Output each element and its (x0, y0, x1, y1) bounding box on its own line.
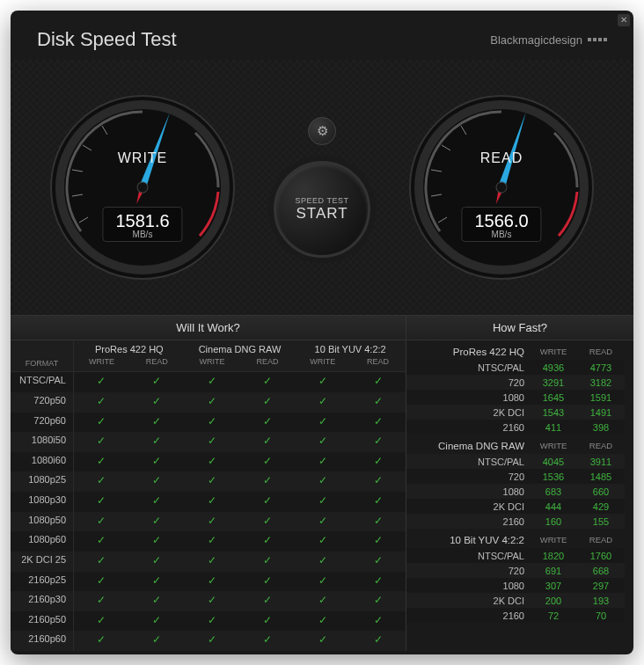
fast-value: 4045 (530, 454, 577, 469)
check-cell: ✓ (74, 512, 129, 532)
fast-value: 1591 (577, 390, 625, 405)
check-icon: ✓ (152, 435, 161, 447)
fast-value: 193 (577, 593, 625, 608)
fast-codec-header: Cinema DNG RAW (406, 435, 530, 454)
check-icon: ✓ (208, 455, 216, 467)
check-cell: ✓ (350, 512, 406, 532)
check-cell: ✓ (129, 591, 185, 611)
check-icon: ✓ (318, 574, 327, 587)
write-read-header: READ (129, 357, 185, 373)
start-button[interactable]: SPEED TEST START (274, 161, 370, 258)
check-cell: ✓ (129, 531, 185, 552)
fast-row-label: 2160 (406, 514, 530, 529)
check-icon: ✓ (374, 474, 383, 486)
format-row-label: 2160p60 (11, 631, 74, 651)
check-icon: ✓ (152, 395, 161, 407)
fast-value: 691 (530, 563, 577, 578)
check-cell: ✓ (185, 372, 240, 392)
fast-row-label: 720 (406, 375, 530, 390)
format-row-label: 2K DCI 25 (11, 552, 74, 572)
check-cell: ✓ (185, 552, 240, 572)
format-row-label: 2160p30 (11, 591, 74, 611)
check-icon: ✓ (152, 474, 161, 486)
check-icon: ✓ (152, 534, 161, 546)
fast-value: 398 (577, 420, 625, 435)
check-cell: ✓ (295, 452, 350, 472)
start-small-label: SPEED TEST (296, 196, 349, 205)
fast-value: 155 (577, 514, 625, 529)
write-read-header: READ (350, 357, 406, 373)
fast-value: 683 (530, 484, 577, 499)
check-cell: ✓ (239, 591, 295, 611)
check-icon: ✓ (208, 435, 216, 447)
check-cell: ✓ (239, 372, 295, 392)
header: Disk Speed Test Blackmagicdesign (11, 11, 633, 51)
read-value: 1566.0 (474, 211, 528, 231)
center-controls: ⚙ SPEED TEST START (274, 117, 370, 258)
check-icon: ✓ (152, 455, 161, 467)
check-icon: ✓ (208, 594, 216, 606)
check-icon: ✓ (374, 494, 383, 507)
check-icon: ✓ (263, 435, 272, 447)
write-value: 1581.6 (115, 211, 169, 231)
fast-write-read-header: READ (577, 435, 625, 454)
check-icon: ✓ (263, 375, 272, 387)
fast-value: 1760 (577, 548, 625, 563)
check-cell: ✓ (74, 432, 129, 452)
check-cell: ✓ (129, 452, 185, 472)
check-icon: ✓ (263, 474, 272, 486)
check-cell: ✓ (185, 413, 240, 433)
check-icon: ✓ (263, 574, 272, 587)
fast-row-label: NTSC/PAL (406, 548, 530, 563)
check-cell: ✓ (295, 372, 350, 392)
fast-value: 70 (577, 608, 625, 623)
check-icon: ✓ (263, 534, 272, 546)
check-icon: ✓ (318, 515, 327, 527)
codec-header: ProRes 422 HQ (74, 340, 185, 357)
check-cell: ✓ (350, 452, 406, 472)
check-icon: ✓ (97, 395, 106, 407)
check-cell: ✓ (129, 631, 185, 651)
check-cell: ✓ (350, 392, 406, 413)
check-icon: ✓ (374, 594, 383, 606)
check-icon: ✓ (97, 494, 106, 507)
fast-value: 3291 (530, 375, 577, 390)
check-cell: ✓ (295, 512, 350, 532)
check-cell: ✓ (74, 372, 129, 392)
fast-codec-header: ProRes 422 HQ (406, 340, 530, 360)
check-cell: ✓ (295, 591, 350, 611)
check-cell: ✓ (185, 432, 240, 452)
fast-row-label: 2K DCI (406, 405, 530, 420)
fast-value: 3182 (577, 375, 625, 390)
fast-value: 200 (530, 593, 577, 608)
check-cell: ✓ (74, 591, 129, 611)
write-gauge: WRITE 1581.6 MB/s (46, 91, 239, 284)
check-icon: ✓ (263, 395, 272, 407)
check-icon: ✓ (318, 614, 327, 626)
fast-row-label: NTSC/PAL (406, 454, 530, 469)
fast-row-label: 2160 (406, 608, 530, 623)
check-icon: ✓ (97, 614, 106, 626)
start-big-label: START (296, 205, 348, 223)
close-icon[interactable]: ✕ (618, 14, 630, 26)
brand-logo-icon (588, 38, 607, 41)
check-cell: ✓ (350, 631, 406, 651)
fast-value: 668 (577, 563, 625, 578)
check-cell: ✓ (295, 552, 350, 572)
check-icon: ✓ (374, 633, 383, 646)
check-icon: ✓ (318, 435, 327, 447)
will-it-work-grid: FORMATProRes 422 HQCinema DNG RAW10 Bit … (11, 340, 406, 651)
settings-button[interactable]: ⚙ (308, 117, 336, 145)
check-icon: ✓ (374, 614, 383, 626)
check-icon: ✓ (97, 574, 106, 587)
check-cell: ✓ (239, 432, 295, 452)
check-icon: ✓ (374, 515, 383, 527)
check-icon: ✓ (97, 534, 106, 546)
check-icon: ✓ (318, 474, 327, 486)
fast-write-read-header: READ (577, 529, 625, 548)
check-cell: ✓ (239, 611, 295, 632)
format-row-label: 1080p25 (11, 471, 74, 492)
fast-write-read-header: READ (577, 340, 625, 360)
check-icon: ✓ (97, 515, 106, 527)
check-cell: ✓ (350, 432, 406, 452)
